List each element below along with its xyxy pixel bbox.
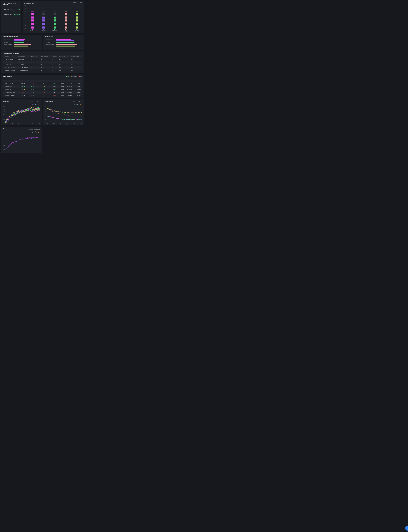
- legend-train: Train: [29, 101, 33, 102]
- table-row[interactable]: Benchmark Cascade04:14:4315.64 GB2.723.5…: [2, 94, 83, 97]
- pan-icon[interactable]: ✋: [37, 104, 39, 106]
- x-axis: 20386752111814841850: [47, 123, 83, 124]
- column-header[interactable]: Train time ⇅: [18, 80, 26, 82]
- sort-icon[interactable]: ⇅: [34, 81, 34, 81]
- column-header[interactable]: Param count ⇅: [73, 80, 83, 82]
- gpu-bar[interactable]: 67%: [42, 5, 45, 29]
- hbar-label: MRCNN101: [45, 42, 56, 43]
- sort-icon[interactable]: ⇅: [24, 81, 25, 81]
- column-header[interactable]: Patience ⇅: [51, 55, 58, 58]
- speed-winner-value: (0.45 fps): [13, 14, 20, 15]
- pan-icon[interactable]: ✋: [79, 104, 81, 106]
- column-header[interactable]: Iterations ⇅: [57, 80, 65, 82]
- hbar-row: Cascade model 1280: [56, 44, 83, 45]
- hbar-fill[interactable]: [56, 45, 75, 46]
- hbar-fill[interactable]: [56, 40, 74, 41]
- zoom-in-icon[interactable]: ⊕: [32, 131, 33, 133]
- legend-best: Best: [66, 76, 69, 77]
- column-header[interactable]: GPU usage ⇅: [26, 80, 35, 82]
- sort-icon[interactable]: ⇅: [56, 56, 57, 57]
- column-header[interactable]: ☰ Experiment: [2, 80, 18, 82]
- gpu-pct-label: 99%: [32, 3, 33, 4]
- gpu-pct-label: 67%: [43, 3, 44, 4]
- panel-title: Best performing from selection: [2, 2, 20, 5]
- pan-icon[interactable]: ✋: [37, 131, 39, 133]
- hbar-fill[interactable]: [56, 39, 71, 40]
- sort-icon[interactable]: ⇅: [26, 56, 27, 57]
- table-row[interactable]: MRCNN2-101Mask R-CNN2215505000: [2, 61, 83, 63]
- hbar-fill[interactable]: [14, 42, 24, 43]
- column-header[interactable]: Model Architecture ⇅: [17, 55, 30, 58]
- hbar-fill[interactable]: [56, 42, 75, 43]
- table-row[interactable]: Cascade model 128005:10:1515.76 GB3.623.…: [2, 91, 83, 94]
- sort-icon[interactable]: ⇅: [71, 81, 72, 81]
- hbar-row: Benchmark Cascade: [56, 45, 83, 47]
- filter-icon[interactable]: ☰: [4, 56, 4, 57]
- home-icon[interactable]: ⌂: [40, 131, 40, 133]
- hbar-row: Cascade model 1280: [14, 44, 40, 45]
- hbar-label: MRCNN2-101: [45, 40, 56, 41]
- table-row[interactable]: Benchmark CascadeCascadeMaskRCNN44155050…: [2, 69, 83, 72]
- hbar-fill[interactable]: [14, 39, 25, 40]
- home-icon[interactable]: ⌂: [82, 104, 83, 106]
- hbar-fill[interactable]: [14, 45, 28, 46]
- sort-icon[interactable]: ⇅: [80, 56, 81, 57]
- table-row[interactable]: MRCNN10103:04:1610.73 GB0.940.951850239.…: [2, 88, 83, 91]
- column-header[interactable]: ☰ Experiment: [2, 55, 17, 58]
- reset-icon[interactable]: 🔍: [77, 104, 79, 106]
- filter-icon[interactable]: ☰: [4, 80, 4, 81]
- reset-icon[interactable]: 🔍: [35, 104, 37, 106]
- zoom-out-icon[interactable]: ⊖: [76, 104, 76, 106]
- table-row[interactable]: MRCNN101Mask R-CNN2215505000: [2, 63, 83, 66]
- gpu-bar[interactable]: 97%: [76, 5, 78, 29]
- sort-icon[interactable]: ⇅: [63, 81, 64, 81]
- column-header[interactable]: File size ⇅: [65, 80, 73, 82]
- sort-icon[interactable]: ⇅: [81, 81, 81, 81]
- hbar-fill[interactable]: [56, 44, 77, 45]
- line-chart-svg[interactable]: [5, 133, 40, 150]
- gpu-x-label: MRCNN101: [52, 29, 57, 32]
- hbar-fill[interactable]: [14, 44, 31, 45]
- table-row[interactable]: MRCNN2-10102:57:3910.73 GB0.970.98165023…: [2, 85, 83, 88]
- gpu-pct-label: 67%: [54, 3, 56, 4]
- sort-icon[interactable]: ⇅: [38, 56, 38, 57]
- panel-title: Inference time: [45, 36, 83, 37]
- zoom-in-icon[interactable]: ⊕: [32, 104, 33, 106]
- table-row[interactable]: Cascade model 1280CascadeMaskRCNN2475015…: [2, 66, 83, 69]
- sort-icon[interactable]: ⇅: [67, 56, 68, 57]
- hbar-label: Cascade model 1280: [45, 44, 56, 45]
- column-header[interactable]: Best loss (val) ⇅: [46, 80, 57, 82]
- sort-icon[interactable]: ⇅: [49, 56, 49, 57]
- table-row[interactable]: PERFECT-DEMO03:16:5515.86 GB1.120.951080…: [2, 82, 83, 85]
- line-chart-svg[interactable]: [5, 106, 40, 123]
- hbar-fill[interactable]: [14, 40, 24, 41]
- sort-icon[interactable]: ⇅: [55, 81, 56, 81]
- average-loss-panel: AverageLossTrainValidation⊕⊖🔍✋⌂6.005.004…: [43, 99, 84, 125]
- loss-winner-name: PERFECT-DEMO: [4, 9, 12, 10]
- gpu-x-label: MRCNN2-101: [41, 29, 46, 32]
- column-header[interactable]: Train batch size ⇅: [40, 55, 51, 58]
- gpu-bar[interactable]: 98%: [65, 5, 67, 29]
- inference-time-plot: PERFECT-DEMOMRCNN2-101MRCNN101Cascade mo…: [45, 38, 83, 49]
- column-header[interactable]: Evaluation period ⇅: [58, 55, 70, 58]
- running-time-panel: Running time for training PERFECT-DEMOMR…: [1, 35, 42, 50]
- hbar-label: MRCNN2-101: [2, 40, 14, 41]
- column-header[interactable]: Test batch size ⇅: [30, 55, 40, 58]
- column-header[interactable]: Number of iterations ⇅: [70, 55, 83, 58]
- zoom-out-icon[interactable]: ⊖: [34, 131, 34, 133]
- zoom-in-icon[interactable]: ⊕: [74, 104, 75, 106]
- experiment-dot: [2, 14, 3, 15]
- legend-worst: Worst: [79, 76, 83, 77]
- panel-title: AverageLoss: [45, 101, 53, 102]
- sort-icon[interactable]: ⇅: [44, 81, 45, 81]
- table-header-row: ☰ ExperimentModel Architecture ⇅Test bat…: [2, 55, 83, 58]
- zoom-out-icon[interactable]: ⊖: [34, 104, 34, 106]
- table-row[interactable]: PERFECT-DEMOMask R-CNN2215205000: [2, 58, 83, 61]
- line-chart-svg[interactable]: [47, 106, 83, 123]
- column-header[interactable]: Best loss (train) ⇅: [35, 80, 46, 82]
- mask-map-panel: Mask mAPTrainValidation⊕⊖🔍✋⌂60.0050.0040…: [1, 99, 42, 125]
- home-icon[interactable]: ⌂: [40, 104, 40, 106]
- reset-icon[interactable]: 🔍: [35, 131, 37, 133]
- gpu-bar[interactable]: 67%: [53, 5, 56, 29]
- gpu-bar[interactable]: 99%: [31, 5, 34, 29]
